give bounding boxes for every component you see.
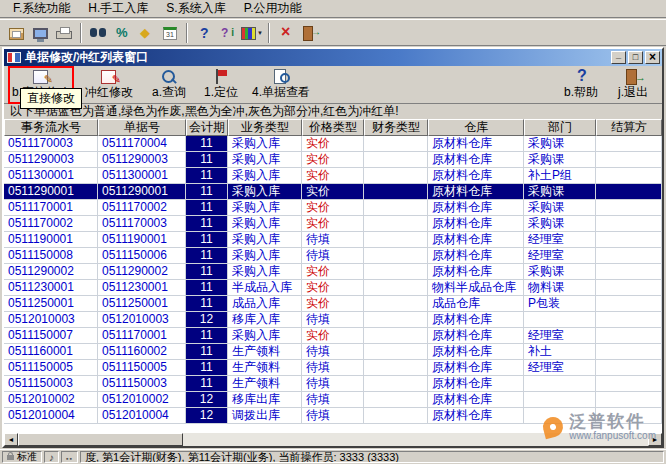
table-cell: 物料课 (524, 280, 596, 296)
column-header-8[interactable]: 结算方 (596, 119, 662, 136)
table-row[interactable]: 0511290002051129000211采购入库实价原材料仓库采购课 (4, 264, 662, 280)
table-cell: 采购课 (524, 136, 596, 152)
maximize-button[interactable] (628, 51, 643, 64)
table-row[interactable]: 0511150007051117000111采购入库实价原材料仓库经理室 (4, 328, 662, 344)
flush-red-edit-button[interactable]: 冲红修改 (78, 68, 140, 102)
locate-button-label: 1.定位 (204, 84, 238, 101)
help-button[interactable]: b.帮助 (558, 68, 604, 102)
menu-item-common-functions[interactable]: P.公用功能 (235, 0, 311, 18)
help-button[interactable] (192, 21, 216, 44)
column-header-7[interactable]: 部门 (524, 119, 596, 136)
table-cell: 11 (186, 360, 228, 376)
toolbar-divider (186, 23, 188, 43)
table-cell: 成品仓库 (428, 296, 524, 312)
table-row[interactable]: 0511170002051117000311采购入库实价原材料仓库采购课 (4, 216, 662, 232)
table-row[interactable]: 0511150008051115000611采购入库待填原材料仓库经理室 (4, 248, 662, 264)
gold-button[interactable] (134, 21, 158, 44)
table-row[interactable]: 0511230001051123000111半成品入库实价物料半成品仓库物料课 (4, 280, 662, 296)
toolbar-divider (80, 23, 82, 43)
table-cell: 实价 (302, 216, 364, 232)
table-cell: 原材料仓库 (428, 392, 524, 408)
table-cell: 生产领料 (228, 360, 302, 376)
computer-button[interactable] (28, 21, 52, 44)
table-row[interactable]: 0512010003051201000312移库入库待填原材料仓库 (4, 312, 662, 328)
exit-button[interactable]: j.退出 (610, 68, 656, 102)
table-cell: 0512010003 (98, 312, 186, 328)
dots-icon (66, 452, 73, 463)
column-header-5[interactable]: 财务类型 (364, 119, 428, 136)
legend-note: 以下单据蓝色为普通,绿色为作废,黑色为全冲,灰色为部分冲,红色为冲红单! (4, 104, 662, 119)
scrollbar-thumb[interactable] (18, 433, 183, 446)
table-cell: 11 (186, 376, 228, 392)
column-header-6[interactable]: 仓库 (428, 119, 524, 136)
table-cell: 0511150003 (98, 376, 186, 392)
table-cell (596, 216, 662, 232)
table-cell: 经理室 (524, 232, 596, 248)
table-row[interactable]: 0512010002051201000212移库出库待填原材料仓库 (4, 392, 662, 408)
exit-app-button[interactable] (298, 21, 322, 44)
about-button[interactable] (216, 21, 240, 44)
close-window-button[interactable] (274, 21, 298, 44)
table-cell: 0511290002 (4, 264, 98, 280)
table-cell: 采购课 (524, 152, 596, 168)
table-cell: 11 (186, 328, 228, 344)
table-row[interactable]: 0511290001051129000111采购入库实价原材料仓库采购课 (4, 184, 662, 200)
table-cell (364, 216, 428, 232)
table-cell (364, 248, 428, 264)
close-button[interactable] (645, 51, 660, 64)
calendar-button[interactable] (158, 21, 182, 44)
minimize-button[interactable] (611, 51, 626, 64)
menu-bar: F.系统功能H.手工入库S.系统入库P.公用功能 (0, 0, 666, 18)
table-row[interactable]: 0511160001051116000211生产领料待填原材料仓库补土 (4, 344, 662, 360)
column-header-0[interactable]: 事务流水号 (4, 119, 98, 136)
document-list-window: 单据修改/冲红列表窗口 b.直接修改冲红修改a.查询1.定位4.单据查看 b.帮… (2, 47, 664, 448)
column-header-2[interactable]: 会计期 (186, 119, 228, 136)
column-header-4[interactable]: 价格类型 (302, 119, 364, 136)
menu-item-system-inbound[interactable]: S.系统入库 (157, 0, 234, 18)
table-cell (364, 152, 428, 168)
table-row[interactable]: 0511170003051117000411采购入库实价原材料仓库采购课 (4, 136, 662, 152)
table-row[interactable]: 0511300001051130000111采购入库实价原材料仓库补土P组 (4, 168, 662, 184)
table-cell: 0511290001 (98, 184, 186, 200)
view-document-button[interactable]: 4.单据查看 (250, 68, 312, 102)
query-button[interactable]: a.查询 (146, 68, 192, 102)
table-cell: 半成品入库 (228, 280, 302, 296)
table-cell (596, 328, 662, 344)
column-header-3[interactable]: 业务类型 (228, 119, 302, 136)
table-row[interactable]: 0511250001051125000111成品入库实价成品仓库P包装 (4, 296, 662, 312)
table-row[interactable]: 0511290003051129000311采购入库实价原材料仓库采购课 (4, 152, 662, 168)
table-cell: 采购课 (524, 200, 596, 216)
binoculars-button[interactable] (86, 21, 110, 44)
table-cell (364, 168, 428, 184)
table-cell: 原材料仓库 (428, 408, 524, 424)
table-cell: 实价 (302, 200, 364, 216)
table-cell: 待填 (302, 376, 364, 392)
table-cell: 采购入库 (228, 152, 302, 168)
status-info: 度, 第1会计期(财务), 第11会计期(业务), 当前操作员: 3333 (3… (80, 451, 664, 463)
flush-red-edit-button-label: 冲红修改 (85, 84, 133, 101)
permission-button[interactable] (4, 21, 28, 44)
table-row[interactable]: 0511150003051115000311生产领料待填原材料仓库 (4, 376, 662, 392)
color-picker-button[interactable] (240, 21, 264, 44)
watermark-url: www.fanpusoft.com (569, 431, 656, 442)
table-row[interactable]: 0511190001051119000111采购入库待填原材料仓库经理室 (4, 232, 662, 248)
printer-button[interactable] (52, 21, 76, 44)
table-cell: 0511160002 (98, 344, 186, 360)
menu-item-manual-inbound[interactable]: H.手工入库 (79, 0, 157, 18)
table-cell: 0511150006 (98, 248, 186, 264)
table-cell: 原材料仓库 (428, 344, 524, 360)
binoculars-icon (89, 25, 107, 41)
column-header-1[interactable]: 单据号 (98, 119, 186, 136)
table-cell: 经理室 (524, 248, 596, 264)
table-cell: 采购入库 (228, 248, 302, 264)
locate-button[interactable]: 1.定位 (198, 68, 244, 102)
menu-item-system-functions[interactable]: F.系统功能 (4, 0, 79, 18)
table-cell: 0511170003 (98, 216, 186, 232)
table-cell (364, 184, 428, 200)
table-row[interactable]: 0511170001051117000211采购入库实价原材料仓库采购课 (4, 200, 662, 216)
table-row[interactable]: 0511150005051115000511生产领料待填原材料仓库经理室 (4, 360, 662, 376)
percent-button[interactable] (110, 21, 134, 44)
scroll-left-button[interactable] (4, 433, 18, 446)
table-cell: 原材料仓库 (428, 136, 524, 152)
table-cell: 采购课 (524, 216, 596, 232)
